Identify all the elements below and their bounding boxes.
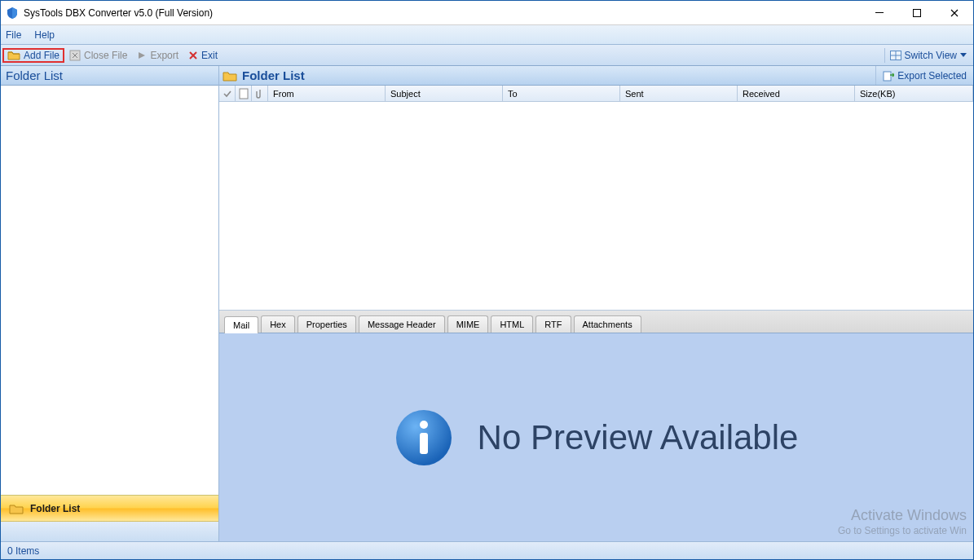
maximize-button[interactable] — [898, 1, 936, 24]
content-pane: Folder List Export Selected From Subject… — [219, 66, 973, 541]
close-button[interactable] — [936, 1, 973, 24]
svg-rect-1 — [914, 9, 921, 16]
minimize-button[interactable] — [861, 1, 898, 24]
export-icon — [137, 51, 147, 60]
svg-rect-10 — [420, 433, 428, 454]
menu-file[interactable]: File — [6, 29, 21, 41]
exit-label: Exit — [201, 50, 218, 61]
svg-rect-6 — [884, 72, 891, 81]
status-bar: 0 Items — [1, 541, 973, 559]
sidebar-header: Folder List — [1, 66, 218, 86]
exit-button[interactable]: Exit — [183, 48, 223, 63]
sidebar: Folder List Folder List — [1, 66, 219, 541]
export-label: Export — [150, 50, 178, 61]
folder-list-label: Folder List — [30, 503, 80, 514]
add-file-label: Add File — [24, 50, 59, 61]
svg-point-9 — [420, 421, 428, 429]
sidebar-footer-strip — [1, 522, 218, 541]
svg-rect-7 — [240, 89, 248, 99]
col-message-icon[interactable] — [236, 86, 252, 101]
window-controls — [861, 1, 973, 24]
list-panel-header: Folder List Export Selected — [219, 66, 973, 86]
status-item-count: 0 Items — [7, 545, 39, 557]
switch-view-icon — [890, 51, 901, 60]
preview-pane: No Preview Available Activate Windows Go… — [219, 333, 973, 541]
toolbar: Add File Close File Export Exit Switch V… — [1, 45, 973, 66]
tab-rtf[interactable]: RTF — [535, 315, 571, 333]
menu-help[interactable]: Help — [34, 29, 55, 41]
col-checkbox[interactable] — [219, 86, 236, 101]
watermark-line1: Activate Windows — [838, 507, 967, 525]
add-file-button[interactable]: Add File — [2, 48, 64, 63]
folder-open-icon — [7, 50, 20, 61]
col-from[interactable]: From — [268, 86, 386, 101]
col-to[interactable]: To — [503, 86, 620, 101]
main-area: Folder List Folder List Folder List — [1, 66, 973, 541]
close-file-button[interactable]: Close File — [64, 48, 132, 63]
watermark-line2: Go to Settings to activate Win — [838, 525, 967, 536]
svg-rect-0 — [875, 12, 884, 13]
col-attachment-icon[interactable] — [252, 86, 268, 101]
preview-tabstrip: Mail Hex Properties Message Header MIME … — [219, 311, 973, 333]
title-bar: SysTools DBX Converter v5.0 (Full Versio… — [1, 1, 973, 25]
tab-html[interactable]: HTML — [491, 315, 533, 333]
folder-tree[interactable] — [1, 86, 218, 495]
window-title: SysTools DBX Converter v5.0 (Full Versio… — [24, 7, 213, 19]
col-size[interactable]: Size(KB) — [855, 86, 973, 101]
switch-view-button[interactable]: Switch View — [884, 48, 972, 63]
export-selected-icon — [883, 70, 894, 82]
export-button[interactable]: Export — [132, 48, 183, 63]
info-icon — [394, 408, 453, 467]
sidebar-bottom: Folder List — [1, 495, 218, 541]
tab-message-header[interactable]: Message Header — [359, 315, 445, 333]
mail-list-header: From Subject To Sent Received Size(KB) — [219, 86, 973, 102]
list-panel-title: Folder List — [242, 68, 305, 82]
close-file-label: Close File — [84, 50, 127, 61]
no-preview-text: No Preview Available — [478, 418, 799, 457]
tab-mail[interactable]: Mail — [224, 316, 258, 333]
export-selected-label: Export Selected — [897, 70, 967, 82]
tab-hex[interactable]: Hex — [261, 315, 295, 333]
col-sent[interactable]: Sent — [620, 86, 738, 101]
tab-properties[interactable]: Properties — [297, 315, 356, 333]
windows-activation-watermark: Activate Windows Go to Settings to activ… — [838, 507, 967, 536]
exit-icon — [188, 51, 198, 60]
folder-icon — [9, 503, 24, 514]
folder-icon — [223, 69, 237, 82]
app-icon — [6, 7, 19, 20]
close-file-icon — [69, 50, 81, 61]
dropdown-icon — [960, 53, 967, 58]
tab-attachments[interactable]: Attachments — [574, 315, 641, 333]
switch-view-label: Switch View — [905, 50, 957, 61]
mail-list-body[interactable] — [219, 102, 973, 311]
col-received[interactable]: Received — [738, 86, 855, 101]
col-subject[interactable]: Subject — [386, 86, 503, 101]
folder-list-button[interactable]: Folder List — [1, 496, 218, 522]
menu-bar: File Help — [1, 25, 973, 45]
export-selected-button[interactable]: Export Selected — [875, 66, 973, 85]
tab-mime[interactable]: MIME — [447, 315, 489, 333]
